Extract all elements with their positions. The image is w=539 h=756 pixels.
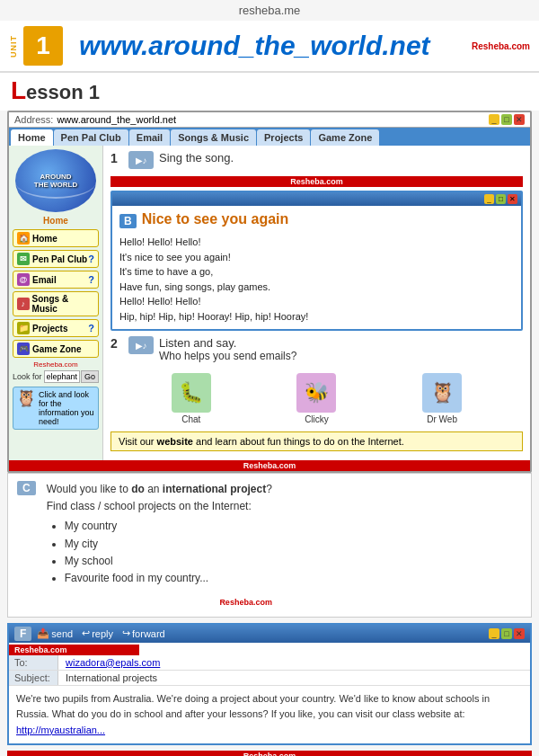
visit-text-after: and learn about fun things to do on the … [193, 436, 404, 447]
visit-text-before: Visit our [119, 436, 157, 447]
popup-window: _ □ ✕ B Nice to see you again Hello! Hel… [110, 191, 523, 331]
character-drweb: 🦉 Dr Web [422, 373, 462, 424]
email-section: F 📤 send ↩ reply ↪ forward _ □ ✕ [7, 623, 532, 746]
reply-icon: ↩ [82, 627, 90, 639]
forward-label: forward [132, 628, 165, 639]
browser-close-btn[interactable]: ✕ [514, 114, 525, 125]
popup-btn-group: _ □ ✕ [484, 194, 517, 204]
search-label: Look for [13, 372, 42, 381]
email-resheba-banner: Resheba.com [9, 645, 139, 655]
email-forward-action[interactable]: ↪ forward [122, 627, 165, 639]
sidebar-footer-box: 🦉 Click and look for the information you… [13, 387, 99, 430]
sidebar-item-email[interactable]: @ Email ? [13, 271, 99, 289]
lyric-line-4: Have fun, sing songs, play games. [119, 280, 514, 295]
chat-figure: 🐛 [172, 373, 211, 413]
search-input[interactable] [44, 370, 80, 383]
address-value: www.around_the_world.net [57, 114, 489, 125]
popup-maximize-btn[interactable]: □ [496, 194, 506, 204]
tab-home[interactable]: Home [11, 129, 53, 146]
popup-close-btn[interactable]: ✕ [508, 194, 517, 204]
lyric-line-3: It's time to have a go, [119, 264, 514, 280]
forward-icon: ↪ [122, 627, 130, 639]
lyric-line-2: It's nice to see you again! [119, 250, 514, 265]
sidebar-item-songs-label: Songs & Music [32, 294, 94, 314]
section-c: C Would you like to do an international … [7, 473, 532, 618]
email-subject-label: Subject: [9, 671, 58, 685]
send-icon: 📤 [37, 627, 49, 639]
lesson-heading: Lesson 1 [0, 73, 539, 111]
popup-lyrics: Hello! Hello! Hello! It's nice to see yo… [119, 235, 514, 324]
tab-email[interactable]: Email [129, 129, 170, 146]
email-body-link[interactable]: http://myaustralian... [16, 725, 105, 735]
lyric-line-5: Hello! Hello! Hello! [119, 294, 514, 309]
content-area: 1 ▶♪ Sing the song. Resheba.com _ □ ✕ [103, 146, 530, 460]
email-subject-row: Subject: International projects [9, 671, 530, 686]
sidebar-item-home[interactable]: 🏠 Home [13, 229, 99, 247]
email-maximize-btn[interactable]: □ [501, 628, 512, 639]
browser-minimize-btn[interactable]: _ [489, 114, 499, 125]
section-c-resheba: Resheba.com [219, 596, 272, 609]
tab-gamezone[interactable]: Game Zone [311, 129, 379, 146]
visit-bold-word: website [157, 436, 193, 447]
email-close-btn[interactable]: ✕ [514, 628, 525, 639]
popup-resheba-banner: Resheba.com [110, 176, 523, 187]
sidebar-globe: AROUNDTHE WORLD [15, 149, 96, 212]
send-label: send [51, 628, 73, 639]
sidebar: AROUNDTHE WORLD Home 🏠 Home ✉ Pen Pal Cl… [9, 146, 103, 460]
lyric-line-1: Hello! Hello! Hello! [119, 235, 514, 250]
popup-body: B Nice to see you again Hello! Hello! He… [112, 206, 521, 329]
characters-row: 🐛 Chat 🐝 Clicky 🦉 Dr Web [110, 369, 523, 428]
tab-songs-music[interactable]: Songs & Music [171, 129, 256, 146]
globe-text: AROUNDTHE WORLD [34, 173, 77, 189]
email-question-mark: ? [88, 274, 94, 285]
email-subject-value: International projects [58, 671, 164, 685]
popup-minimize-btn[interactable]: _ [484, 194, 494, 204]
nav-tabs: Home Pen Pal Club Email Songs & Music Pr… [9, 128, 530, 146]
task1-number: 1 [110, 151, 123, 165]
character-chat: 🐛 Chat [172, 373, 211, 424]
browser-maximize-btn[interactable]: □ [501, 114, 512, 125]
task2-row: 2 ▶♪ Listen and say. Who helps you send … [110, 336, 523, 362]
sidebar-item-email-label: Email [32, 275, 57, 285]
character-clicky: 🐝 Clicky [296, 373, 336, 424]
search-go-button[interactable]: Go [81, 370, 99, 383]
reply-label: reply [92, 628, 113, 639]
email-send-action[interactable]: 📤 send [37, 627, 73, 639]
lesson-title: esson 1 [26, 81, 100, 103]
popup-titlebar: _ □ ✕ [112, 192, 521, 206]
tab-penpalclub[interactable]: Pen Pal Club [54, 129, 128, 146]
email-to-value: wizadora@epals.com [58, 655, 167, 670]
section-c-item-2: My city [65, 536, 272, 553]
bottom-resheba-banner: Resheba.com [7, 751, 532, 756]
section-c-sub: Find class / school projects on the Inte… [47, 498, 272, 515]
browser-bottom-resheba: Resheba.com [9, 460, 530, 471]
section-c-item-3: My school [65, 553, 272, 570]
clicky-figure: 🐝 [296, 373, 336, 413]
section-c-item-4: Favourite food in my country... [65, 570, 272, 587]
email-reply-action[interactable]: ↩ reply [82, 627, 113, 639]
email-minimize-btn[interactable]: _ [489, 628, 499, 639]
sidebar-item-gamezone[interactable]: 🎮 Game Zone [13, 340, 99, 358]
unit-header: UNIT 1 www.around_the_world.net Resheba.… [0, 21, 539, 73]
unit-title: www.around_the_world.net [79, 31, 430, 61]
sidebar-item-gamezone-label: Game Zone [32, 344, 81, 354]
songs-icon: ♪ [17, 298, 30, 310]
task1-row: 1 ▶♪ Sing the song. [110, 151, 523, 169]
sidebar-item-projects[interactable]: 📁 Projects ? [13, 319, 99, 337]
email-body-text: We're two pupils from Australia. We're d… [16, 693, 490, 720]
penpal-icon: ✉ [17, 253, 30, 265]
task2-subtitle: Who helps you send emails? [159, 350, 296, 362]
gamezone-icon: 🎮 [17, 342, 30, 355]
drweb-figure: 🦉 [422, 373, 462, 413]
popup-heading: Nice to see you again [142, 211, 289, 227]
email-icon: @ [17, 273, 30, 286]
tab-projects[interactable]: Projects [257, 129, 310, 146]
sidebar-item-songs[interactable]: ♪ Songs & Music [13, 291, 99, 316]
sidebar-item-penpal[interactable]: ✉ Pen Pal Club ? [13, 250, 99, 268]
address-bar: Address: www.around_the_world.net _ □ ✕ [9, 112, 530, 128]
task1-icon: ▶♪ [128, 151, 154, 169]
email-body: We're two pupils from Australia. We're d… [9, 686, 530, 744]
email-titlebar: F 📤 send ↩ reply ↪ forward _ □ ✕ [9, 625, 530, 643]
popup-b-label: B [119, 214, 137, 228]
projects-question-mark: ? [88, 323, 94, 334]
